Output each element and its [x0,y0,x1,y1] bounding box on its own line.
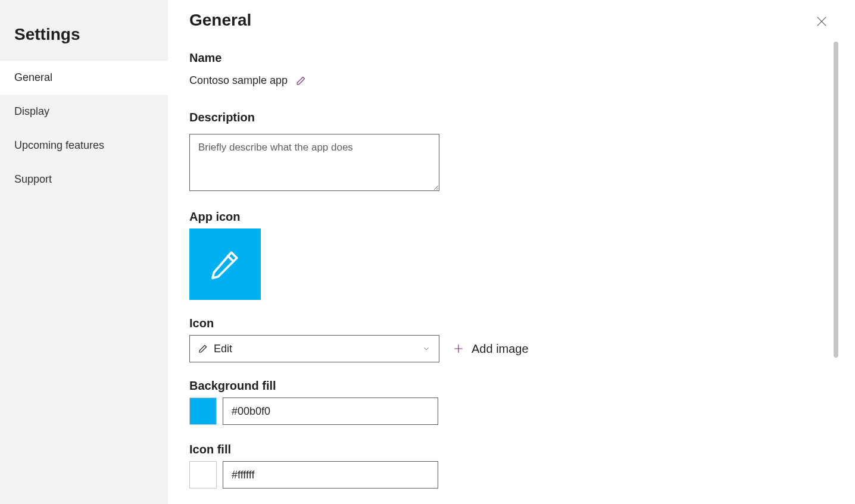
background-fill-input[interactable] [223,397,438,425]
icon-dropdown-value: Edit [214,343,422,355]
close-icon [815,15,828,28]
pencil-icon [208,248,242,281]
add-image-button[interactable]: Add image [453,342,529,356]
name-label: Name [189,51,812,65]
add-image-label: Add image [472,342,529,356]
sidebar-title: Settings [0,0,168,61]
app-icon-label: App icon [189,210,812,224]
edit-name-icon[interactable] [296,76,306,86]
app-icon-preview[interactable] [189,228,261,300]
icon-dropdown[interactable]: Edit [189,335,439,362]
sidebar-item-support[interactable]: Support [0,162,168,196]
close-button[interactable] [812,12,831,31]
description-label: Description [189,111,812,124]
main-panel: General Name Contoso sample app Descript… [168,0,855,504]
icon-select-label: Icon [189,317,812,330]
sidebar-item-upcoming-features[interactable]: Upcoming features [0,129,168,162]
plus-icon [453,343,464,355]
description-input[interactable] [189,134,439,191]
sidebar-item-general[interactable]: General [0,61,168,95]
chevron-down-icon [422,345,430,353]
scrollbar-thumb[interactable] [834,42,838,358]
scrollbar[interactable] [834,42,838,385]
app-name-value: Contoso sample app [189,74,288,87]
icon-fill-label: Icon fill [189,443,812,456]
background-fill-swatch[interactable] [189,397,217,425]
name-row: Contoso sample app [189,74,812,87]
settings-sidebar: Settings General Display Upcoming featur… [0,0,168,504]
icon-fill-input[interactable] [223,461,438,489]
sidebar-item-display[interactable]: Display [0,95,168,129]
icon-fill-swatch[interactable] [189,461,217,489]
background-fill-label: Background fill [189,379,812,393]
content-area: General Name Contoso sample app Descript… [168,0,834,504]
pencil-icon [198,344,208,353]
panel-title: General [189,11,812,30]
